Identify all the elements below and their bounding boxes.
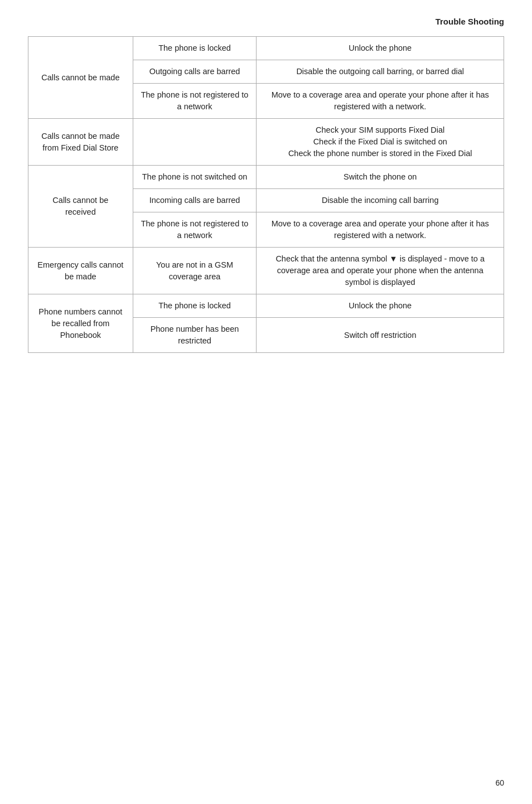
cause-cell: Incoming calls are barred — [133, 189, 257, 212]
table-row: Phone numbers cannot be recalled from Ph… — [28, 294, 504, 318]
page-number: 60 — [495, 778, 504, 787]
cause-cell: The phone is not registered to a network — [133, 212, 257, 248]
solution-cell: Switch off restriction — [257, 318, 504, 353]
page-header: Trouble Shooting — [28, 17, 504, 26]
problem-cell: Phone numbers cannot be recalled from Ph… — [28, 294, 133, 353]
solution-cell: Check your SIM supports Fixed DialCheck … — [257, 119, 504, 166]
solution-cell: Disable the outgoing call barring, or ba… — [257, 60, 504, 84]
solution-cell: Move to a coverage area and operate your… — [257, 84, 504, 119]
problem-cell: Calls cannot be made from Fixed Dial Sto… — [28, 119, 133, 166]
table-row: Calls cannot be receivedThe phone is not… — [28, 166, 504, 189]
problem-cell: Calls cannot be made — [28, 37, 133, 119]
solution-cell: Move to a coverage area and operate your… — [257, 212, 504, 248]
cause-cell — [133, 119, 257, 166]
troubleshooting-table: Calls cannot be madeThe phone is lockedU… — [28, 36, 504, 353]
page-title: Trouble Shooting — [436, 17, 504, 26]
problem-cell: Emergency calls cannot be made — [28, 248, 133, 294]
solution-cell: Check that the antenna symbol ▼ is displ… — [257, 248, 504, 294]
cause-cell: The phone is not switched on — [133, 166, 257, 189]
cause-cell: The phone is locked — [133, 37, 257, 60]
solution-cell: Unlock the phone — [257, 294, 504, 318]
cause-cell: The phone is locked — [133, 294, 257, 318]
cause-cell: You are not in a GSM coverage area — [133, 248, 257, 294]
solution-cell: Disable the incoming call barring — [257, 189, 504, 212]
table-row: Emergency calls cannot be madeYou are no… — [28, 248, 504, 294]
cause-cell: Phone number has been restricted — [133, 318, 257, 353]
cause-cell: The phone is not registered to a network — [133, 84, 257, 119]
cause-cell: Outgoing calls are barred — [133, 60, 257, 84]
table-row: Calls cannot be made from Fixed Dial Sto… — [28, 119, 504, 166]
solution-cell: Switch the phone on — [257, 166, 504, 189]
solution-cell: Unlock the phone — [257, 37, 504, 60]
table-row: Calls cannot be madeThe phone is lockedU… — [28, 37, 504, 60]
problem-cell: Calls cannot be received — [28, 166, 133, 248]
